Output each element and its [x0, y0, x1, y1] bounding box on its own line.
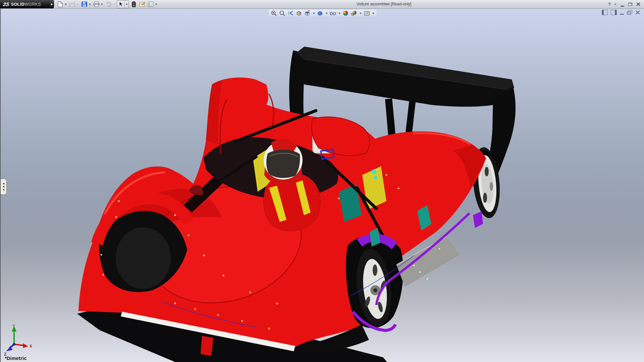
open-document-dropdown[interactable]	[76, 1, 79, 8]
solidworks-logo: ЗS SOLIDWORKS	[0, 0, 50, 8]
document-close-button[interactable]	[635, 10, 641, 15]
document-minimize-button[interactable]	[620, 10, 624, 15]
car-3d-model[interactable]	[1, 8, 644, 362]
select-tool-button[interactable]	[117, 1, 125, 8]
file-properties-button[interactable]	[139, 1, 146, 8]
print-button[interactable]	[93, 1, 100, 8]
print-dropdown[interactable]	[100, 1, 104, 8]
save-button[interactable]	[80, 1, 88, 8]
zoom-to-area-icon[interactable]	[279, 10, 286, 17]
restore-button[interactable]	[627, 1, 633, 7]
zoom-to-fit-icon[interactable]	[270, 10, 277, 17]
brand-solid-text: SOLID	[11, 2, 24, 7]
solidworks-logo-mark: ЗS	[2, 1, 10, 7]
select-tool-group	[117, 0, 129, 8]
edit-appearance-icon[interactable]	[342, 10, 349, 17]
new-document-dropdown[interactable]	[64, 1, 67, 8]
brand-works-text: WORKS	[24, 2, 41, 7]
svg-text:Y: Y	[12, 324, 15, 328]
triad-y-axis: Y	[12, 324, 16, 344]
select-tool-dropdown[interactable]	[125, 1, 128, 8]
options-dropdown[interactable]	[154, 1, 158, 8]
collapse-arrow-icon	[3, 189, 4, 191]
rebuild-traffic-light-button[interactable]	[130, 1, 138, 8]
minimize-button[interactable]	[619, 1, 625, 7]
window-title: Voiture assomblee [Read-only]	[357, 2, 411, 6]
title-bar: ЗS SOLIDWORKS	[0, 0, 644, 9]
undo-dropdown[interactable]	[112, 1, 116, 8]
view-orientation-dropdown[interactable]	[312, 10, 315, 17]
collapse-arrow-icon	[3, 183, 4, 185]
help-dropdown[interactable]	[614, 4, 617, 5]
previous-view-icon[interactable]	[287, 10, 294, 17]
document-restore-button[interactable]	[627, 10, 632, 15]
close-button[interactable]	[635, 1, 641, 7]
view-settings-icon[interactable]	[363, 10, 370, 17]
apply-scene-icon[interactable]	[351, 10, 358, 17]
undo-button[interactable]	[105, 1, 112, 8]
window-controls: ?	[606, 0, 641, 8]
triad-z-axis: Z	[4, 344, 14, 357]
graphics-viewport[interactable]: Z Y X *Dimetric	[0, 8, 644, 362]
options-button[interactable]	[147, 1, 154, 8]
display-style-icon[interactable]	[317, 10, 324, 17]
feature-tree-collapsed-tab[interactable]	[1, 179, 7, 195]
view-orientation-icon[interactable]	[304, 10, 311, 17]
hide-show-items-icon[interactable]	[329, 10, 336, 17]
help-button[interactable]: ?	[606, 1, 612, 7]
save-dropdown[interactable]	[88, 1, 92, 8]
pane-right-icon[interactable]	[611, 10, 617, 15]
view-orientation-label: *Dimetric	[5, 356, 26, 361]
main-toolbar	[56, 0, 159, 8]
triad-x-axis: X	[14, 343, 32, 349]
collapse-arrow-icon	[3, 186, 4, 188]
new-document-button[interactable]	[56, 1, 64, 8]
hide-show-dropdown[interactable]	[338, 10, 341, 17]
section-view-icon[interactable]	[296, 10, 303, 17]
display-style-dropdown[interactable]	[325, 10, 328, 17]
pane-left-icon[interactable]	[602, 10, 608, 15]
document-window-controls	[602, 10, 641, 15]
svg-text:X: X	[30, 344, 32, 349]
view-settings-dropdown[interactable]	[372, 10, 375, 17]
triad-origin	[13, 343, 15, 346]
apply-scene-dropdown[interactable]	[359, 10, 362, 17]
open-document-button[interactable]	[68, 1, 76, 8]
menu-expand-arrow[interactable]	[50, 0, 54, 8]
heads-up-view-toolbar	[268, 9, 377, 17]
